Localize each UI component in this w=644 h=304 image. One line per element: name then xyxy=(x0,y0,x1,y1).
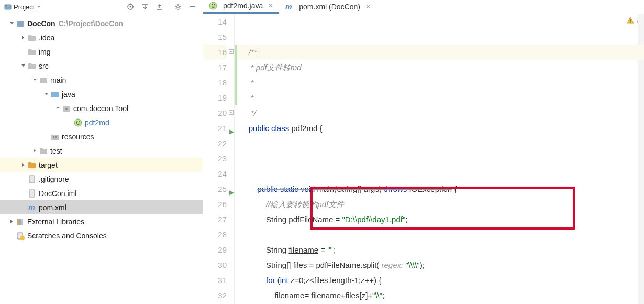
gutter-line[interactable]: 24 xyxy=(203,166,227,181)
code-line[interactable]: for (int z=0;z<files.length-1;z++) { xyxy=(235,273,644,288)
code-line[interactable]: public static void main(String[] args) t… xyxy=(235,181,644,197)
folder-icon xyxy=(39,146,48,156)
tree-item-src[interactable]: src xyxy=(0,59,203,73)
tree-item-target[interactable]: target xyxy=(0,158,203,172)
tree-item-pom-xml[interactable]: mpom.xml xyxy=(0,200,203,214)
tab-pom-xml--doccon-[interactable]: mpom.xml (DocCon)✕ xyxy=(279,0,376,14)
svg-rect-23 xyxy=(28,35,31,37)
tree-item-resources[interactable]: resources xyxy=(0,129,203,144)
tree-item-test[interactable]: test xyxy=(0,144,203,158)
tab-pdf2md-java[interactable]: Cpdf2md.java✕ xyxy=(203,0,279,14)
tab-label: pdf2md.java xyxy=(223,2,263,10)
run-icon[interactable]: ▶ xyxy=(229,124,234,139)
chevron-right-icon[interactable] xyxy=(30,148,39,153)
gutter-line[interactable]: 22 xyxy=(203,136,227,151)
code-line[interactable] xyxy=(235,29,644,45)
chevron-down-icon[interactable] xyxy=(42,92,50,96)
folder-blue-icon xyxy=(16,19,25,28)
code-line[interactable]: * xyxy=(235,90,644,105)
gutter-line[interactable]: 23 xyxy=(203,151,227,166)
svg-rect-36 xyxy=(51,135,59,140)
folder-orange-icon xyxy=(27,160,37,170)
run-icon[interactable]: ▶ xyxy=(229,185,234,200)
code-line[interactable]: filename= filename+files[z]+"\\"; xyxy=(235,288,644,303)
chevron-down-icon[interactable] xyxy=(53,106,62,111)
gutter-line[interactable]: 27 xyxy=(203,212,227,227)
collapse-icon[interactable] xyxy=(154,1,165,13)
tree-item-doccon[interactable]: DocConC:\Project\DocCon xyxy=(0,16,203,30)
gear-icon[interactable] xyxy=(172,1,184,13)
gutter-line[interactable]: 29 xyxy=(203,242,227,257)
hide-icon[interactable] xyxy=(187,1,198,13)
folder-icon xyxy=(27,61,37,71)
code-line[interactable]: public class pdf2md { xyxy=(235,121,644,136)
code-area[interactable]: 7 /**− * pdf文件转md * * */− public class p… xyxy=(235,14,644,304)
tree-item-img[interactable]: img xyxy=(0,45,203,59)
code-line[interactable]: /**− xyxy=(235,45,644,60)
file-icon xyxy=(27,175,37,184)
editor-body[interactable]: 1415161718192021▶22232425▶26272829303132… xyxy=(203,14,644,304)
code-line[interactable]: //输入要转换的pdf文件 xyxy=(235,197,644,212)
code-line[interactable]: * pdf文件转md xyxy=(235,60,644,75)
svg-rect-37 xyxy=(53,136,54,138)
code-line[interactable]: String[] files = pdfFileName.split( rege… xyxy=(235,257,644,273)
tree-item-com-doccon-tool[interactable]: com.doccon.Tool xyxy=(0,101,203,115)
chevron-right-icon[interactable] xyxy=(19,162,27,167)
svg-rect-25 xyxy=(28,49,31,51)
tree-item-main[interactable]: main xyxy=(0,73,203,87)
code-line[interactable] xyxy=(235,136,644,151)
project-view-selector[interactable]: Project xyxy=(4,3,41,11)
gutter-line[interactable]: 21▶ xyxy=(203,121,227,136)
chevron-right-icon[interactable] xyxy=(7,219,16,224)
tree-item-pdf2md[interactable]: Cpdf2md xyxy=(0,115,203,129)
tree-item-doccon-iml[interactable]: DocCon.iml xyxy=(0,186,203,200)
tree-label: target xyxy=(39,161,58,169)
close-icon[interactable]: ✕ xyxy=(365,3,371,10)
gutter-line[interactable]: 30 xyxy=(203,257,227,273)
target-icon[interactable] xyxy=(125,1,136,13)
divider xyxy=(169,3,169,11)
gutter-line[interactable]: 17 xyxy=(203,60,227,75)
chevron-down-icon[interactable] xyxy=(7,21,16,26)
gutter-line[interactable]: 20 xyxy=(203,105,227,121)
gutter-line[interactable]: 19 xyxy=(203,90,227,105)
gutter-line[interactable]: 31 xyxy=(203,273,227,288)
svg-line-15 xyxy=(176,5,176,5)
tree-label: src xyxy=(39,62,49,70)
chevron-down-icon[interactable] xyxy=(30,78,39,82)
gutter-line[interactable]: 18 xyxy=(203,75,227,90)
code-line[interactable]: */− xyxy=(235,105,644,121)
tree-item-java[interactable]: java xyxy=(0,87,203,101)
project-tree[interactable]: DocConC:\Project\DocCon.ideaimgsrcmainja… xyxy=(0,14,203,304)
tree-item-scratches-and-consoles[interactable]: Scratches and Consoles xyxy=(0,229,203,243)
code-line[interactable]: String filename = ""; xyxy=(235,242,644,257)
svg-point-33 xyxy=(65,108,68,110)
tree-label: .idea xyxy=(39,34,54,42)
code-line[interactable] xyxy=(235,14,644,29)
code-line[interactable] xyxy=(235,151,644,166)
svg-text:m: m xyxy=(28,203,35,212)
close-icon[interactable]: ✕ xyxy=(268,2,273,9)
code-line[interactable] xyxy=(235,166,644,181)
gutter-line[interactable]: 15 xyxy=(203,29,227,45)
tree-item-external-libraries[interactable]: External Libraries xyxy=(0,214,203,229)
tree-item--idea[interactable]: .idea xyxy=(0,30,203,45)
gutter-line[interactable]: 14 xyxy=(203,14,227,29)
tree-item--gitignore[interactable]: .gitignore xyxy=(0,172,203,186)
code-line[interactable]: * xyxy=(235,75,644,90)
code-line[interactable] xyxy=(235,227,644,242)
gutter-line[interactable]: 26 xyxy=(203,197,227,212)
gutter-line[interactable]: 16 xyxy=(203,45,227,60)
svg-line-17 xyxy=(180,5,180,5)
fold-icon[interactable]: − xyxy=(229,49,234,54)
gutter-line[interactable]: 28 xyxy=(203,227,227,242)
gutter-line[interactable]: 25▶ xyxy=(203,181,227,197)
fold-icon[interactable]: − xyxy=(229,110,234,115)
chevron-down-icon[interactable] xyxy=(19,63,27,68)
chevron-right-icon[interactable] xyxy=(19,35,27,40)
svg-text:m: m xyxy=(285,3,292,11)
tree-label: java xyxy=(62,90,75,99)
gutter-line[interactable]: 32 xyxy=(203,288,227,303)
expand-down-icon[interactable] xyxy=(139,1,151,13)
code-line[interactable]: String pdfFileName = "D:\\pdf\\day1.pdf"… xyxy=(235,212,644,227)
